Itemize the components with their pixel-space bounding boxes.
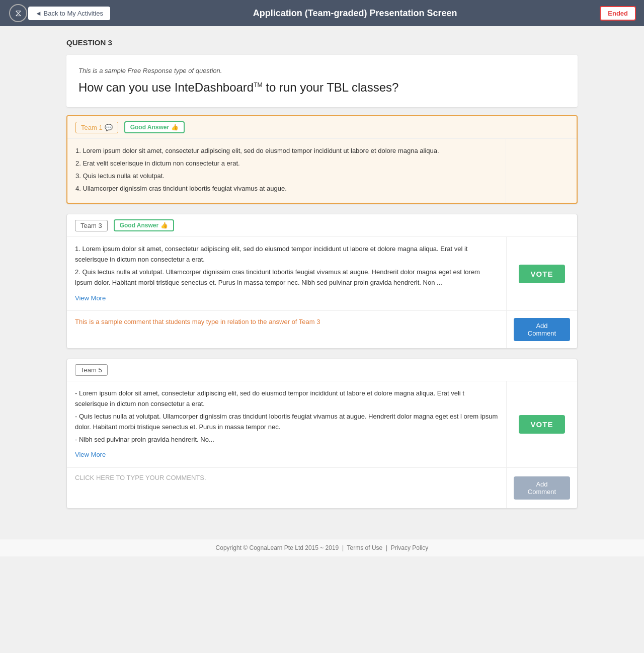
header: ⧖ ◄ Back to My Activities Application (T… [0, 0, 644, 26]
back-button[interactable]: ◄ Back to My Activities [28, 7, 110, 20]
question-card: This is a sample Free Response type of q… [66, 55, 578, 107]
question-text: How can you use InteDashboardTM to run y… [78, 79, 566, 95]
team-card-team5: Team 5 - Lorem ipsum dolor sit amet, con… [66, 359, 578, 509]
list-item: 3. Quis lectus nulla at volutpat. [75, 171, 498, 182]
team3-vote-area: VOTE [507, 237, 577, 310]
team3-add-comment-button[interactable]: Add Comment [514, 318, 570, 341]
footer-copyright: Copyright © CognaLearn Pte Ltd 2015 ~ 20… [216, 544, 339, 551]
team3-view-more[interactable]: View More [75, 293, 106, 304]
team5-view-more[interactable]: View More [75, 450, 106, 460]
main-content: QUESTION 3 This is a sample Free Respons… [50, 26, 594, 531]
team5-comment-placeholder: CLICK HERE TO TYPE YOUR COMMENTS. [75, 474, 498, 481]
team1-good-answer-badge: Good Answer 👍 [124, 121, 185, 133]
team5-body: - Lorem ipsum dolor sit amet, consectetu… [67, 381, 577, 467]
question-subtitle: This is a sample Free Response type of q… [78, 67, 566, 74]
team5-header: Team 5 [67, 359, 577, 381]
list-item: 2. Quis lectus nulla at volutpat. Ullamc… [75, 267, 498, 288]
team1-name: Team 1 [81, 124, 103, 131]
good-answer-text: Good Answer [120, 222, 159, 229]
question-label: QUESTION 3 [66, 38, 578, 47]
team3-vote-button[interactable]: VOTE [519, 265, 566, 283]
header-title: Application (Team-graded) Presentation S… [110, 8, 600, 19]
team5-add-comment-area: Add Comment [507, 468, 577, 508]
team5-vote-area: VOTE [507, 381, 577, 467]
footer-privacy-link[interactable]: Privacy Policy [391, 544, 429, 551]
team5-add-comment-button[interactable]: Add Comment [514, 476, 570, 500]
team3-comment-section: This is a sample comment that students m… [67, 310, 577, 348]
logo-icon: ⧖ [9, 4, 27, 22]
good-answer-label: Good Answer [130, 124, 170, 131]
team-card-team3: Team 3 Good Answer 👍 1. Lorem ipsum dolo… [66, 214, 578, 349]
team5-label: Team 5 [75, 364, 108, 376]
team1-label: Team 1 💬 [75, 122, 118, 133]
team1-body: 1. Lorem ipsum dolor sit amet, consectet… [67, 139, 577, 203]
comment-icon: 💬 [105, 124, 113, 131]
team5-comment-section: CLICK HERE TO TYPE YOUR COMMENTS. Add Co… [67, 467, 577, 508]
team5-vote-button[interactable]: VOTE [519, 415, 566, 434]
list-item: - Nibh sed pulvinar proin gravida hendre… [75, 435, 498, 445]
footer-terms-link[interactable]: Terms of Use [347, 544, 383, 551]
list-item: 1. Lorem ipsum dolor sit amet, consectet… [75, 244, 498, 265]
team3-answer: 1. Lorem ipsum dolor sit amet, consectet… [67, 237, 507, 310]
thumbs-up-icon: 👍 [171, 124, 179, 131]
list-item: - Lorem ipsum dolor sit amet, consectetu… [75, 388, 498, 410]
ended-badge: Ended [600, 6, 636, 21]
footer: Copyright © CognaLearn Pte Ltd 2015 ~ 20… [0, 539, 644, 556]
list-item: 1. Lorem ipsum dolor sit amet, consectet… [75, 146, 498, 156]
team3-label: Team 3 [75, 220, 108, 231]
team5-answer: - Lorem ipsum dolor sit amet, consectetu… [67, 381, 507, 467]
team1-answer: 1. Lorem ipsum dolor sit amet, consectet… [67, 139, 506, 203]
team3-good-answer-badge: Good Answer 👍 [114, 219, 175, 231]
list-item: - Quis lectus nulla at volutpat. Ullamco… [75, 412, 498, 433]
team3-comment-text: This is a sample comment that students m… [75, 317, 498, 327]
team5-comment-input[interactable]: CLICK HERE TO TYPE YOUR COMMENTS. [67, 468, 507, 508]
thumbs-up-icon: 👍 [160, 222, 168, 229]
team1-header: Team 1 💬 Good Answer 👍 [67, 116, 577, 139]
list-item: 2. Erat velit scelerisque in dictum non … [75, 158, 498, 169]
logo: ⧖ [8, 3, 28, 23]
team3-header: Team 3 Good Answer 👍 [67, 214, 577, 237]
team3-add-comment-area: Add Comment [507, 311, 577, 348]
team3-body: 1. Lorem ipsum dolor sit amet, consectet… [67, 237, 577, 310]
team3-comment-input[interactable]: This is a sample comment that students m… [67, 311, 507, 348]
team-card-team1: Team 1 💬 Good Answer 👍 1. Lorem ipsum do… [66, 115, 578, 204]
list-item: 4. Ullamcorper dignissim cras tincidunt … [75, 184, 498, 194]
team1-vote-area [506, 139, 577, 203]
